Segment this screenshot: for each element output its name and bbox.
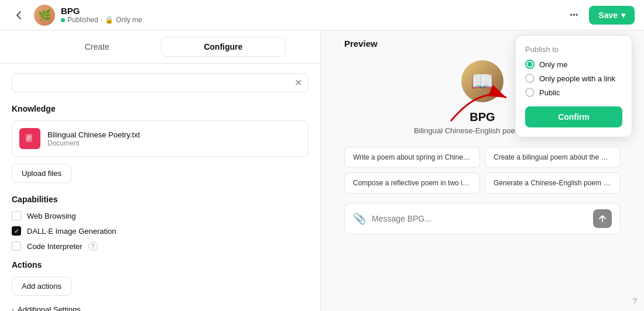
clear-search-button[interactable]: ✕: [294, 77, 302, 88]
more-options-button[interactable]: •••: [563, 5, 584, 26]
code-interpreter-capability: Code Interpreter ?: [12, 241, 309, 251]
code-interpreter-help-icon[interactable]: ?: [88, 241, 98, 251]
file-type: Document: [47, 139, 140, 147]
knowledge-file-item: Bilingual Chinese Poetry.txt Document: [12, 120, 309, 157]
radio-link-circle: [525, 74, 535, 83]
add-actions-button[interactable]: Add actions: [12, 277, 71, 296]
file-name: Bilingual Chinese Poetry.txt: [47, 130, 140, 139]
suggestion-chips: Write a poem about spring in Chinese an.…: [344, 147, 621, 193]
code-interpreter-checkbox[interactable]: [12, 241, 21, 251]
web-browsing-label: Web Browsing: [27, 212, 76, 220]
upload-files-button[interactable]: Upload files: [12, 164, 71, 183]
tab-configure[interactable]: Configure: [162, 37, 286, 56]
save-button[interactable]: Save ▾: [589, 6, 635, 25]
message-input-bar: 📎: [344, 203, 621, 234]
tab-create[interactable]: Create: [35, 37, 159, 56]
code-interpreter-label: Code Interpreter: [27, 242, 83, 251]
web-browsing-checkbox[interactable]: [12, 211, 21, 220]
chip-3[interactable]: Compose a reflective poem in two langu..…: [344, 172, 480, 193]
tabs: Create Configure: [0, 30, 320, 64]
attach-icon[interactable]: 📎: [353, 212, 366, 225]
header-status: Published · 🔒 Only me: [61, 16, 563, 24]
header-info: BPG Published · 🔒 Only me: [61, 6, 563, 24]
chip-4[interactable]: Generate a Chinese-English poem on fri..…: [485, 172, 621, 193]
help-icon-bottom[interactable]: ?: [633, 296, 637, 305]
status-dot: [61, 18, 65, 22]
search-bar: ✕: [12, 73, 309, 92]
left-content: ✕ Knowledge Bilingual Chinese Poetry.txt…: [0, 64, 320, 311]
right-panel: Preview 📖 BPG Bilingual Chinese-English …: [321, 30, 644, 311]
chip-1[interactable]: Write a poem about spring in Chinese an.…: [344, 147, 480, 168]
radio-public-circle: [525, 88, 535, 97]
bot-name: BPG: [470, 110, 495, 124]
message-input[interactable]: [372, 214, 587, 223]
left-panel: Create Configure ✕ Knowledge Bilingual C…: [0, 30, 321, 311]
capabilities-section-title: Capabilities: [12, 195, 309, 204]
preview-label: Preview: [344, 39, 378, 49]
additional-settings-label: Additional Settings: [18, 305, 81, 311]
file-icon: [19, 128, 40, 149]
radio-only-me[interactable]: Only me: [525, 60, 622, 69]
publish-dropdown: Publish to Only me Only people with a li…: [515, 35, 632, 137]
web-browsing-capability: Web Browsing: [12, 211, 309, 220]
dalle-checkbox[interactable]: [12, 226, 21, 236]
app-title: BPG: [61, 6, 563, 16]
radio-link-only[interactable]: Only people with a link: [525, 74, 622, 83]
publish-to-label: Publish to: [525, 45, 622, 54]
additional-settings[interactable]: › Additional Settings: [12, 305, 309, 311]
chip-2[interactable]: Create a bilingual poem about the moon.: [485, 147, 621, 168]
header: 🌿 BPG Published · 🔒 Only me ••• Save ▾: [0, 0, 644, 30]
knowledge-section-title: Knowledge: [12, 104, 309, 113]
dalle-capability: DALL·E Image Generation: [12, 226, 309, 236]
chevron-right-icon: ›: [12, 306, 14, 312]
send-button[interactable]: [593, 209, 612, 228]
header-actions: ••• Save ▾: [563, 5, 635, 26]
main-layout: Create Configure ✕ Knowledge Bilingual C…: [0, 30, 644, 311]
confirm-button[interactable]: Confirm: [525, 106, 622, 127]
avatar: 🌿: [34, 5, 55, 26]
radio-public[interactable]: Public: [525, 88, 622, 97]
search-input[interactable]: [18, 78, 294, 88]
radio-only-me-circle: [525, 60, 535, 69]
back-button[interactable]: [9, 6, 28, 25]
bot-avatar: 📖: [461, 60, 503, 102]
dalle-label: DALL·E Image Generation: [27, 227, 116, 236]
actions-section-title: Actions: [12, 260, 309, 269]
file-info: Bilingual Chinese Poetry.txt Document: [47, 130, 140, 147]
